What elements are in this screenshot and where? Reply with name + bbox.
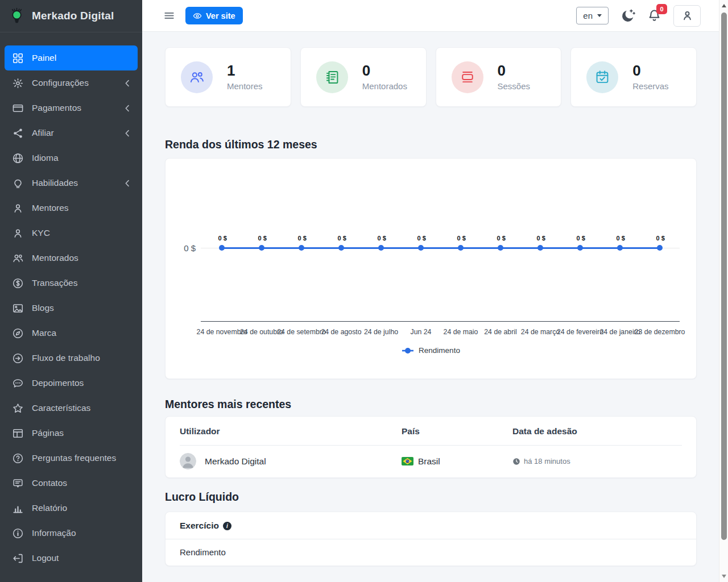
message-icon	[13, 478, 23, 489]
data-point	[378, 245, 384, 251]
stat-label: Mentores	[227, 81, 263, 91]
stat-icon-circle	[181, 61, 213, 93]
users-icon	[189, 70, 204, 85]
topbar-right: en 0	[576, 5, 701, 27]
sidebar-item-label: KYC	[32, 228, 50, 238]
data-point	[458, 245, 464, 251]
sidebar-item-label: Painel	[32, 53, 56, 63]
table-row[interactable]: Merkado Digital Brasil há 18 minutos	[180, 446, 682, 477]
data-point	[299, 245, 304, 251]
user-menu-button[interactable]	[673, 5, 701, 27]
sidebar-item-label: Transações	[32, 278, 77, 288]
data-point	[338, 245, 344, 251]
sidebar-item-pagamentos[interactable]: Pagamentos	[5, 95, 138, 120]
sidebar-item-transacoes[interactable]: Transações	[5, 271, 138, 296]
eye-icon	[193, 11, 202, 20]
language-value: en	[583, 11, 593, 20]
sidebar: Merkado Digital PainelConfiguraçõesPagam…	[0, 0, 142, 582]
mentors-table: Utilizador País Data de adesão Merkado D…	[165, 416, 697, 478]
data-point-label: 0 $	[656, 235, 665, 242]
data-point-label: 0 $	[457, 235, 466, 242]
sidebar-item-logout[interactable]: Logout	[5, 546, 138, 571]
sidebar-item-afiliar[interactable]: Afiliar	[5, 120, 138, 146]
brand[interactable]: Merkado Digital	[0, 0, 142, 32]
data-point	[498, 245, 503, 251]
language-dropdown[interactable]: en	[576, 7, 609, 24]
sidebar-item-informacao[interactable]: Informação	[5, 521, 138, 546]
dollar-circle-icon	[13, 278, 23, 289]
sidebar-item-perguntas-frequentes[interactable]: Perguntas frequentes	[5, 446, 138, 471]
data-point-label: 0 $	[617, 235, 625, 242]
sidebar-item-mentores[interactable]: Mentores	[5, 196, 138, 221]
info-icon[interactable]: i	[223, 522, 231, 530]
stat-value: 0	[362, 63, 407, 78]
sidebar-item-mentorados[interactable]: Mentorados	[5, 246, 138, 271]
x-axis-label: 24 de agosto	[321, 328, 361, 336]
profit-row-rendimento: Rendimento	[166, 539, 696, 566]
sidebar-item-label: Blogs	[32, 303, 54, 313]
sidebar-item-label: Marca	[32, 328, 56, 338]
image-icon	[13, 303, 23, 314]
legend-item-rendimento[interactable]: Rendimento	[166, 346, 696, 355]
data-point-label: 0 $	[537, 235, 545, 242]
lightbulb-icon	[13, 178, 23, 189]
stat-label: Sessões	[498, 81, 531, 91]
stat-label: Reservas	[632, 81, 668, 91]
chart-section-title: Renda dos últimos 12 meses	[165, 138, 697, 151]
sidebar-item-label: Mentorados	[32, 253, 78, 263]
sidebar-item-paginas[interactable]: Páginas	[5, 421, 138, 446]
dark-mode-toggle[interactable]	[621, 9, 635, 23]
user-icon	[13, 203, 23, 214]
sidebar-item-label: Habilidades	[32, 178, 78, 188]
menu-toggle-icon[interactable]	[164, 10, 175, 21]
data-point	[577, 245, 583, 251]
sidebar-item-habilidades[interactable]: Habilidades	[5, 171, 138, 196]
x-axis-label: Jun 24	[411, 328, 432, 336]
chevron-left-icon	[125, 105, 130, 112]
data-point-label: 0 $	[298, 235, 307, 242]
chevron-down-icon	[597, 14, 602, 17]
sidebar-item-label: Informação	[32, 528, 76, 538]
column-header-user: Utilizador	[180, 426, 402, 436]
sidebar-item-relatorio[interactable]: Relatório	[5, 496, 138, 521]
x-axis-label: 23 de dezembro	[635, 328, 685, 336]
chevron-left-icon	[125, 130, 130, 137]
country-cell: Brasil	[402, 456, 512, 467]
x-axis-label: 24 de março	[521, 328, 560, 336]
sidebar-item-depoimentos[interactable]: Depoimentos	[5, 371, 138, 396]
chevron-left-icon	[125, 80, 130, 87]
sidebar-item-caracteristicas[interactable]: Características	[5, 396, 138, 421]
data-point-label: 0 $	[258, 235, 267, 242]
users-icon	[13, 253, 23, 264]
notifications-badge: 0	[656, 4, 667, 14]
mentor-joined: há 18 minutos	[524, 457, 570, 465]
column-header-joined: Data de adesão	[512, 426, 682, 436]
help-circle-icon	[13, 453, 23, 464]
x-axis-label: 24 de setembro	[277, 328, 325, 336]
scroll-up-arrow-icon[interactable]	[722, 4, 726, 7]
gear-icon	[13, 78, 23, 89]
chevron-left-icon	[125, 180, 130, 187]
stat-icon-circle	[316, 61, 348, 93]
sidebar-item-marca[interactable]: Marca	[5, 321, 138, 346]
profit-section-title: Lucro Líquido	[165, 490, 697, 504]
scrollbar-thumb[interactable]	[721, 13, 727, 540]
sidebar-item-painel[interactable]: Painel	[5, 45, 138, 70]
sidebar-item-fluxo-de-trabalho[interactable]: Fluxo de trabalho	[5, 346, 138, 371]
x-axis-label: 24 de fevereiro	[557, 328, 603, 336]
sidebar-item-blogs[interactable]: Blogs	[5, 296, 138, 321]
sidebar-item-kyc[interactable]: KYC	[5, 221, 138, 246]
sidebar-item-label: Afiliar	[32, 128, 54, 138]
content: 1Mentores0Mentorados0Sessões0Reservas Re…	[142, 32, 719, 582]
arrow-circle-icon	[13, 353, 23, 364]
sidebar-item-contatos[interactable]: Contatos	[5, 471, 138, 496]
main-area: Ver site en 0 1Mentores0M	[142, 0, 719, 582]
mentors-section-title: Mentores mais recentes	[165, 398, 697, 411]
notifications-button[interactable]: 0	[648, 9, 661, 22]
sidebar-item-idioma[interactable]: Idioma	[5, 146, 138, 171]
view-site-button[interactable]: Ver site	[185, 7, 243, 24]
scroll-down-arrow-icon[interactable]	[722, 575, 726, 578]
sidebar-item-configuracoes[interactable]: Configurações	[5, 70, 138, 95]
grid-icon	[13, 53, 23, 64]
scrollbar[interactable]	[719, 0, 728, 582]
